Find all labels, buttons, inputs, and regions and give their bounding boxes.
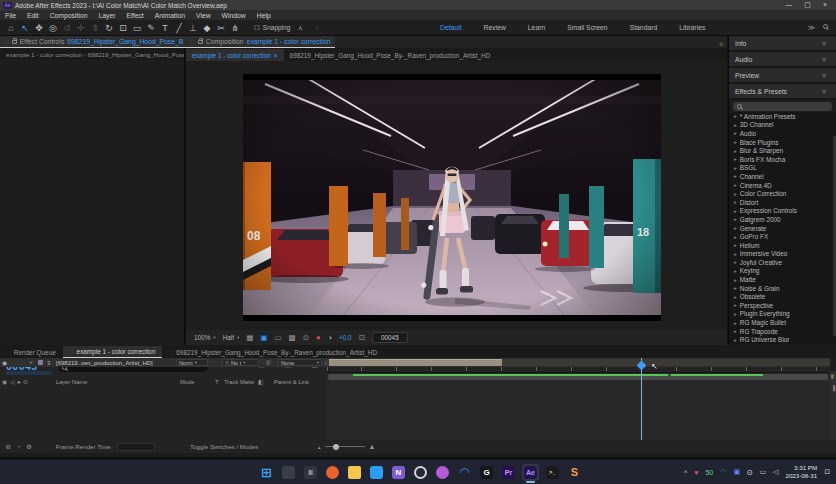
after-effects[interactable]: Ae (522, 464, 539, 481)
layer-color-chip[interactable] (38, 360, 43, 365)
region-of-interest-icon[interactable]: ▭ (274, 333, 281, 342)
column-track-matte[interactable]: Track Matte (224, 379, 254, 385)
effects-category[interactable]: ▸ Channel (729, 172, 836, 181)
timeline-zoom-slider[interactable]: ▴ ▲ (318, 443, 375, 450)
dolly-camera-tool[interactable]: ⇕ (88, 23, 102, 33)
comp-marker-icon[interactable]: ◧ (831, 373, 836, 379)
effects-category[interactable]: ▸ Plugin Everything (729, 310, 836, 319)
menu-item[interactable]: File (5, 12, 16, 19)
snapshot-icon[interactable]: ⊙ (303, 333, 309, 342)
twirl-icon[interactable]: ▸ (734, 208, 737, 214)
tray-arc-icon[interactable]: ◠ (720, 468, 726, 476)
choose-grid-icon[interactable]: ▦ (246, 333, 253, 342)
panel-menu-icon[interactable]: ≡ (818, 40, 830, 47)
twirl-icon[interactable]: ▸ (734, 259, 737, 265)
puppet-pin-tool[interactable]: ⋔ (228, 23, 242, 33)
effects-category[interactable]: ▸ Distort (729, 198, 836, 207)
layer-name[interactable]: [698219..ven_production_Artist_HD] (56, 360, 153, 366)
menu-item[interactable]: Animation (155, 12, 185, 19)
twirl-icon[interactable]: ▸ (734, 216, 737, 222)
effects-category[interactable]: ▸ Blace Plugins (729, 138, 836, 147)
display-icon[interactable]: ▭ (759, 468, 766, 476)
timeline-scrollbar[interactable]: ▐ (831, 385, 835, 391)
effects-category[interactable]: ▸ Expression Controls (729, 207, 836, 216)
zoom-out-icon[interactable]: ▴ (318, 444, 321, 450)
home-button[interactable]: ⌂ (4, 23, 18, 33)
pickwhip-icon[interactable]: @ (266, 360, 271, 365)
github-desktop[interactable] (412, 464, 429, 481)
twirl-icon[interactable]: ▸ (734, 234, 737, 240)
effects-category[interactable]: ▸ BSGL (729, 164, 836, 173)
close-button[interactable]: × (823, 1, 827, 9)
panel-menu-icon[interactable]: ≡ (715, 41, 727, 48)
timeline-tab[interactable]: ∷ Render Queue (0, 346, 63, 358)
twirl-icon[interactable]: ▸ (734, 148, 737, 154)
arc-browser[interactable]: ◠ (456, 464, 473, 481)
mode-dropdown[interactable]: Norm▾ (176, 359, 208, 366)
zoom-slider-knob[interactable] (333, 444, 339, 450)
eraser-tool[interactable]: ◆ (200, 23, 214, 33)
column-layer-name[interactable]: Layer Name (56, 379, 88, 385)
twirl-icon[interactable]: ▸ (734, 199, 737, 205)
lock-icon[interactable] (198, 40, 203, 44)
twirl-icon[interactable]: ▸ (734, 139, 737, 145)
effects-category[interactable]: ▸ Keying (729, 267, 836, 276)
effects-search-input[interactable] (733, 102, 832, 111)
menu-item[interactable]: Composition (50, 12, 88, 19)
twirl-icon[interactable]: ▸ (734, 242, 737, 248)
orbit-camera-tool[interactable]: ↺ (60, 23, 74, 33)
render-time-icon[interactable]: ◔ (16, 443, 20, 450)
twirl-icon[interactable]: ▸ (734, 122, 737, 128)
zoom-tool[interactable]: ◎ (46, 23, 60, 33)
close-tab-icon[interactable]: × (274, 52, 278, 59)
twirl-icon[interactable]: ▸ (734, 320, 737, 326)
menu-item[interactable]: View (196, 12, 211, 19)
file-explorer[interactable] (346, 464, 363, 481)
microphone-icon[interactable]: ʘ (747, 469, 752, 476)
vscode[interactable] (368, 464, 385, 481)
camera-icon[interactable]: ⊡ (359, 333, 365, 342)
column-parent-link[interactable]: Parent & Link (274, 379, 309, 385)
effects-category[interactable]: ▸ Color Correction (729, 189, 836, 198)
timeline-tab[interactable]: ∷ example 1 - color correction (63, 346, 163, 358)
twirl-icon[interactable]: ▸ (734, 294, 737, 300)
viewer-tab[interactable]: 698219_Hipster_Gang_Hood_Pose_By-_Raven_… (284, 49, 500, 61)
workspace-tab[interactable]: Learn (528, 24, 545, 31)
effects-category[interactable]: ▸ Matte (729, 275, 836, 284)
effects-category[interactable]: ▸ Noise & Grain (729, 284, 836, 293)
work-area-bar[interactable] (328, 374, 828, 380)
menu-item[interactable]: Layer (98, 12, 115, 19)
track-matte-dropdown[interactable]: ◎No t▾ (222, 359, 258, 366)
twirl-icon[interactable]: ▸ (734, 268, 737, 274)
effects-category[interactable]: ▸ 3D Channel (729, 121, 836, 130)
audio-mixer[interactable]: ||| (302, 464, 319, 481)
exposure-value[interactable]: +0.0 (339, 334, 352, 341)
effects-category[interactable]: ▸ GoPro FX (729, 232, 836, 241)
effects-category[interactable]: ▸ RG Universe Blur (729, 335, 836, 344)
twirl-icon[interactable]: ▸ (734, 130, 737, 136)
menu-item[interactable]: Window (222, 12, 246, 19)
parent-dropdown[interactable]: None▾ (278, 359, 322, 366)
column-t[interactable]: T (215, 379, 219, 385)
twirl-icon[interactable]: ▸ (734, 165, 737, 171)
effects-category[interactable]: ▸ Audio (729, 129, 836, 138)
workspace-tab[interactable]: Small Screen (567, 24, 607, 31)
collapsed-panel-header[interactable]: Preview ≡ (729, 68, 836, 82)
roto-brush-tool[interactable]: ✂ (214, 23, 228, 33)
effects-category[interactable]: ▸ Helium (729, 241, 836, 250)
channel-icon[interactable]: ● (316, 333, 321, 342)
text-tool[interactable]: T (158, 23, 172, 33)
effects-category[interactable]: ▸ RG Trapcode (729, 327, 836, 336)
twirl-icon[interactable]: ▸ (734, 113, 737, 119)
twirl-icon[interactable]: ▸ (734, 277, 737, 283)
workspace-tab[interactable]: Standard (630, 24, 658, 31)
twirl-icon[interactable]: ▸ (734, 173, 737, 179)
menu-item[interactable]: Help (257, 12, 271, 19)
exposure-icon[interactable]: ◑ (327, 333, 332, 342)
effects-category[interactable]: ▸ Gatgrem 2000 (729, 215, 836, 224)
workspace-tab[interactable]: Review (484, 24, 506, 31)
eye-toggle[interactable]: ◉ (2, 359, 7, 366)
align-icon[interactable]: ⁘ (310, 24, 324, 32)
workspace-tab[interactable]: Default (440, 24, 462, 31)
effects-category[interactable]: ▸ Joyful Creative (729, 258, 836, 267)
